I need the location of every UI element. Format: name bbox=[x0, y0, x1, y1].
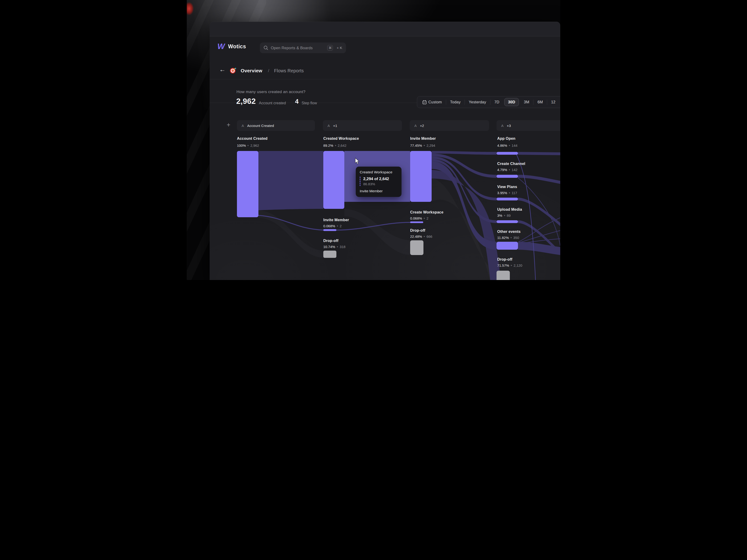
breadcrumb-overview[interactable]: Overview bbox=[241, 68, 262, 74]
add-step-button[interactable]: + bbox=[226, 122, 232, 128]
screen: wotics.com/flows-reports W Wotics Open R… bbox=[187, 0, 560, 280]
node-label: Invite Member bbox=[323, 218, 349, 222]
time-range-6m[interactable]: 6M bbox=[534, 100, 547, 104]
breadcrumb-separator: / bbox=[268, 68, 269, 73]
node-label: App Open bbox=[497, 136, 515, 141]
node-stats: 0.068%2 bbox=[323, 224, 341, 228]
node-stats: 4.79%142 bbox=[497, 168, 518, 172]
node-dropoff-step4[interactable] bbox=[496, 271, 510, 280]
node-stats: 4.86%144 bbox=[497, 143, 518, 148]
wallpaper-red-accent bbox=[187, 0, 195, 17]
report-question: How many users created an account? bbox=[236, 89, 306, 94]
node-stats: 77.45%2,294 bbox=[410, 143, 435, 148]
node-app-open[interactable] bbox=[496, 152, 518, 155]
time-range-custom[interactable]: Custom bbox=[418, 100, 446, 104]
node-stats: 3.95%117 bbox=[497, 191, 517, 195]
node-label: Account Created bbox=[237, 136, 267, 141]
step-pill-plus1[interactable]: A+1 bbox=[323, 120, 402, 131]
back-arrow-icon[interactable]: ← bbox=[219, 66, 226, 73]
node-label: Upload Media bbox=[497, 208, 522, 212]
search-input[interactable]: Open Reports & Boards ⌘ + K bbox=[260, 43, 346, 53]
step-pill-plus2[interactable]: A+2 bbox=[410, 120, 489, 131]
time-range-7d[interactable]: 7D bbox=[490, 100, 504, 104]
node-label: Other events bbox=[497, 230, 520, 234]
tooltip-percentage: 86.83% bbox=[363, 182, 397, 186]
node-stats: 89.2%2,642 bbox=[323, 143, 346, 148]
link-tooltip: Created Workspace 2,294 of 2,642 86.83% … bbox=[356, 167, 402, 197]
total-label: Account created bbox=[259, 101, 286, 105]
target-emoji-icon bbox=[229, 67, 236, 74]
node-create-channel[interactable] bbox=[496, 175, 518, 178]
time-range-12m[interactable]: 12 bbox=[547, 100, 560, 104]
node-label: Drop-off bbox=[497, 257, 512, 262]
tooltip-source: Created Workspace bbox=[360, 170, 397, 174]
time-range-30d-selected[interactable]: 30D bbox=[504, 98, 519, 106]
node-upload-media[interactable] bbox=[496, 220, 518, 223]
wotics-logo-icon[interactable]: W bbox=[217, 42, 224, 51]
header-divider bbox=[210, 79, 560, 79]
node-stats: 71.57%2,120 bbox=[497, 263, 522, 267]
node-label: View Plans bbox=[497, 185, 517, 189]
calendar-icon bbox=[422, 100, 427, 104]
node-create-workspace-small[interactable] bbox=[410, 221, 423, 223]
search-placeholder: Open Reports & Boards bbox=[271, 46, 325, 50]
steps-label: Step flow bbox=[302, 101, 317, 105]
node-label: Created Workspace bbox=[323, 136, 359, 141]
node-stats: 0.068%2 bbox=[410, 216, 428, 220]
time-range-yesterday[interactable]: Yesterday bbox=[465, 100, 490, 104]
node-account-created[interactable] bbox=[237, 151, 258, 217]
browser-window: wotics.com/flows-reports W Wotics Open R… bbox=[210, 22, 560, 280]
mouse-cursor bbox=[355, 158, 361, 166]
node-stats: 3%89 bbox=[497, 213, 511, 217]
page-content: W Wotics Open Reports & Boards ⌘ + K ← O… bbox=[210, 37, 560, 280]
tooltip-value: 2,294 of 2,642 bbox=[363, 177, 397, 181]
browser-toolbar: wotics.com/flows-reports bbox=[210, 22, 560, 36]
node-label: Invite Member bbox=[410, 136, 436, 141]
node-stats: 22.48%666 bbox=[410, 235, 432, 238]
node-stats: 11.82%350 bbox=[497, 236, 519, 240]
node-label: Create Channel bbox=[497, 162, 525, 166]
node-dropoff-step2[interactable] bbox=[323, 250, 336, 258]
node-invite-member[interactable] bbox=[410, 151, 432, 202]
time-range-selector: Custom Today Yesterday 7D 30D 3M 6M 12 bbox=[417, 96, 560, 108]
search-icon bbox=[263, 46, 268, 50]
total-value: 2,962 bbox=[236, 97, 256, 106]
tooltip-target: Invite Member bbox=[360, 189, 397, 193]
step-pill-plus3[interactable]: A+3 bbox=[496, 120, 560, 131]
node-invite-member-small[interactable] bbox=[323, 229, 336, 231]
node-stats: 100%2,962 bbox=[237, 143, 259, 148]
search-shortcut: + K bbox=[337, 46, 342, 50]
node-dropoff-step3[interactable] bbox=[410, 240, 423, 255]
step-pill-account-created[interactable]: AAccount Created bbox=[237, 120, 315, 131]
node-label: Drop-off bbox=[323, 239, 338, 243]
time-range-today[interactable]: Today bbox=[446, 100, 465, 104]
node-stats: 10.74%318 bbox=[323, 245, 345, 249]
node-other-events[interactable] bbox=[496, 242, 518, 250]
node-label: Create Workspace bbox=[410, 210, 443, 214]
breadcrumb-flows-reports: Flows Reports bbox=[274, 68, 304, 74]
brand-name[interactable]: Wotics bbox=[228, 44, 246, 50]
time-range-3m[interactable]: 3M bbox=[520, 100, 533, 104]
command-key-icon: ⌘ bbox=[327, 45, 333, 51]
steps-value: 4 bbox=[295, 98, 299, 105]
node-label: Drop-off bbox=[410, 229, 425, 233]
node-created-workspace[interactable] bbox=[323, 151, 344, 209]
node-view-plans[interactable] bbox=[496, 197, 518, 201]
